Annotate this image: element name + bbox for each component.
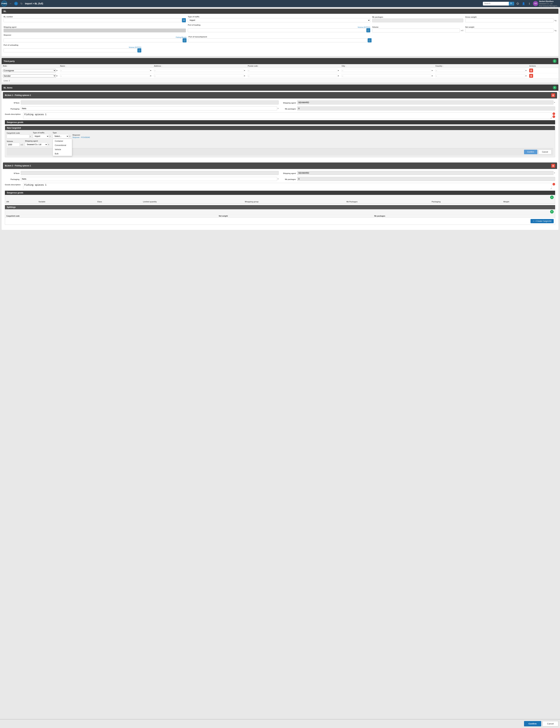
role-2-select[interactable]: Sender xyxy=(3,74,56,77)
cargo-type-1-clear[interactable]: ✕ xyxy=(69,135,70,137)
delete-row-1-button[interactable]: 🗑 xyxy=(529,69,533,72)
nb-packages-group: Nb packages 0 xyxy=(372,16,463,22)
cancel-cargo-unit-1-button[interactable]: Cancel xyxy=(539,150,551,154)
nb-packages-input[interactable]: 0 xyxy=(372,18,463,22)
delete-bl-item-2-button[interactable]: 🗑 xyxy=(551,164,555,168)
add-splitting-button[interactable]: + xyxy=(550,210,554,214)
packaging-2-label: Packaging xyxy=(5,178,19,180)
role-1-clear[interactable]: ✕ xyxy=(56,70,58,71)
bl-item-1: BLItem 1 - Fishing spieces 1 🗑 N°Item xyxy=(3,92,557,161)
bl-row-2: Shipping agent Seaward Co. Ltd Port of l… xyxy=(4,24,556,32)
bl-row-4: Port of unloading Victoria (SCPOV) SCPOV… xyxy=(4,44,556,53)
name-1-input[interactable] xyxy=(60,69,150,72)
cargo-volume-1-input[interactable] xyxy=(7,143,20,147)
packaging-2-input[interactable] xyxy=(21,177,277,181)
search-input[interactable] xyxy=(483,2,509,5)
shipping-agent-2-input[interactable] xyxy=(297,171,554,175)
postal-1-input[interactable] xyxy=(248,69,337,72)
packaging-2-clear[interactable]: ✕ xyxy=(277,178,279,180)
gross-weight-input[interactable]: 3000 xyxy=(465,18,554,22)
nb-packages-1-input[interactable] xyxy=(297,106,555,111)
cargo-shipping-1-group: Shipping agent Seaward Co. Ltd ✕ xyxy=(25,140,49,147)
shipping-agent-2-clear[interactable]: ✕ xyxy=(554,172,555,174)
n-item-2-input[interactable] xyxy=(21,171,279,175)
goods-desc-1-textarea[interactable]: Fishing spieces 1 xyxy=(23,112,552,119)
splittings-title: Splittings xyxy=(7,206,16,208)
port-loading-btn[interactable]: ⚓ xyxy=(366,28,370,32)
name-2-clear[interactable]: ✕ xyxy=(150,75,151,77)
country-2-clear[interactable]: ✕ xyxy=(525,75,527,77)
role-2-clear[interactable]: ✕ xyxy=(56,75,58,77)
bl-number-btn[interactable]: ▼ xyxy=(182,18,186,22)
role-1-select[interactable]: Consignee xyxy=(3,69,56,72)
cargo-type-1-select[interactable]: Select... xyxy=(53,134,69,138)
search-button[interactable]: 🔍 xyxy=(509,2,514,6)
postal-1-clear[interactable]: ✕ xyxy=(338,70,339,71)
port-transshipment-btn[interactable]: ⚓ xyxy=(368,38,372,42)
city-1-input[interactable] xyxy=(342,69,431,72)
name-2-input[interactable] xyxy=(60,74,150,77)
cargo-code-1-wrap: ✕ xyxy=(7,135,31,138)
port-unloading-btn[interactable]: ⚓ xyxy=(137,48,141,53)
sort-icon-country: ↑ xyxy=(443,65,444,67)
stopover-link-1[interactable]: Stopover - POV00040 xyxy=(72,136,90,138)
user-button[interactable]: 👤 xyxy=(521,1,526,6)
delete-row-2-button[interactable]: 🗑 xyxy=(529,74,533,78)
cargo-shipping-1-select[interactable]: Seaward Co. Ltd xyxy=(25,142,48,147)
create-cargo-unit-button[interactable]: + + Create CargoUnit xyxy=(531,219,554,223)
address-1-clear[interactable]: ✕ xyxy=(244,70,245,71)
packaging-2-wrap: Packaging ✕ xyxy=(5,177,279,181)
cargo-shipping-1-clear[interactable]: ✕ xyxy=(48,144,49,146)
port-of-loading-input[interactable]: SCPOV xyxy=(188,28,366,32)
country-1-input[interactable] xyxy=(435,69,525,72)
info-button[interactable]: ℹ xyxy=(527,1,532,6)
add-bl-item-button[interactable]: + xyxy=(553,86,556,89)
bl-number-input[interactable]: BL-FISHING-INFO xyxy=(4,18,182,22)
cargo-traffic-1-select[interactable]: Import xyxy=(33,134,49,138)
nav-badge-button[interactable]: i xyxy=(14,2,18,5)
port-unloading-input[interactable]: SCPOV xyxy=(4,48,137,52)
goods-desc-2-textarea[interactable]: Fishing spieces 1 xyxy=(23,183,552,189)
postal-2-input[interactable] xyxy=(248,74,337,77)
postal-2-clear[interactable]: ✕ xyxy=(338,75,339,77)
country-1-clear[interactable]: ✕ xyxy=(525,70,527,71)
name-1-clear[interactable]: ✕ xyxy=(150,70,151,71)
dropdown-vehicle[interactable]: Vehicle xyxy=(53,147,72,152)
shipping-agent-1-clear[interactable]: ✕ xyxy=(554,102,555,103)
city-1-clear[interactable]: ✕ xyxy=(432,70,433,71)
packaging-1-input[interactable] xyxy=(21,106,277,111)
dropdown-conventional[interactable]: Conventional xyxy=(53,143,72,147)
volume-input[interactable]: 1000 xyxy=(372,29,460,32)
nb-packages-2-input[interactable] xyxy=(297,177,555,181)
stopover-input[interactable]: POV00040 xyxy=(4,38,182,42)
add-dangerous-goods-button[interactable]: + xyxy=(550,196,554,199)
packaging-1-clear[interactable]: ✕ xyxy=(277,108,279,109)
cargo-traffic-1-clear[interactable]: ✕ xyxy=(49,135,51,137)
power-button[interactable]: ⏻ xyxy=(515,1,520,6)
shipping-agent-1-input[interactable] xyxy=(297,100,554,105)
dropdown-bulk[interactable]: Bulk xyxy=(53,152,72,156)
back-button[interactable]: ← xyxy=(8,1,13,6)
add-third-party-button[interactable]: + xyxy=(553,59,556,63)
address-2-input[interactable] xyxy=(154,74,244,77)
address-2-clear[interactable]: ✕ xyxy=(244,75,245,77)
stopover-btn[interactable]: ⚓ xyxy=(183,38,187,42)
n-item-1-input[interactable] xyxy=(21,100,279,105)
address-1-input[interactable] xyxy=(154,69,244,72)
confirm-cargo-unit-1-button[interactable]: Confirm xyxy=(524,150,537,154)
shipping-agent-1-label: Shipping agent xyxy=(281,101,296,104)
country-2-input[interactable] xyxy=(435,74,525,77)
city-2-input[interactable] xyxy=(342,74,431,77)
type-of-traffic-select[interactable]: Import xyxy=(188,18,370,22)
delete-bl-item-1-button[interactable]: 🗑 xyxy=(551,93,555,97)
net-weight-input[interactable]: 3000 xyxy=(465,29,554,32)
city-2-clear[interactable]: ✕ xyxy=(432,75,433,77)
cargo-code-1-input[interactable] xyxy=(7,135,29,138)
dangerous-goods-2-header: Dangerous goods xyxy=(5,191,555,195)
dropdown-container[interactable]: Container xyxy=(53,139,72,143)
cargo-code-1-clear[interactable]: ✕ xyxy=(30,136,31,137)
shipping-agent-input[interactable]: Seaward Co. Ltd xyxy=(4,29,186,32)
port-transshipment-input[interactable] xyxy=(188,38,367,42)
refresh-button[interactable]: ↻ xyxy=(19,1,24,6)
shipping-agent-label: Shipping agent xyxy=(4,26,186,28)
